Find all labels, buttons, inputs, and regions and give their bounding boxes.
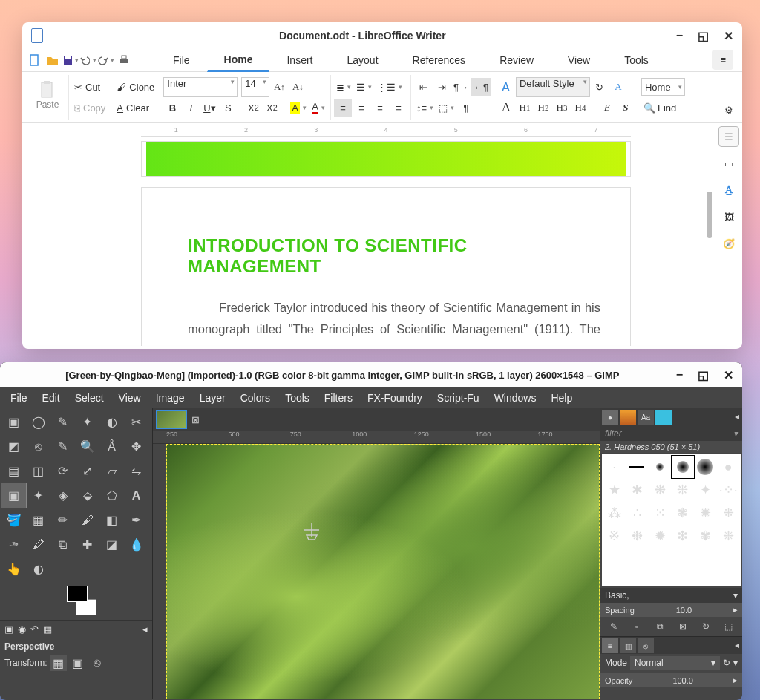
close-button[interactable]: ✕ — [724, 368, 733, 382]
canvas-area[interactable]: ⊠ 2505007501000125015001750 — [153, 408, 600, 699]
tab-device-icon[interactable]: ◉ — [18, 624, 26, 635]
menu-button[interactable]: ≡ — [712, 50, 733, 70]
tool-free-select[interactable]: ✎ — [50, 410, 75, 434]
menu-layer[interactable]: Layer — [194, 390, 232, 406]
brush-filter-input[interactable]: filter▾ — [600, 426, 742, 441]
dock-tab-brushes-icon[interactable]: ● — [602, 410, 618, 425]
tool-zoom[interactable]: 🔍 — [75, 434, 99, 459]
document-page[interactable] — [141, 141, 631, 177]
minimize-button[interactable]: − — [676, 368, 683, 382]
brush-item-selected[interactable] — [672, 456, 694, 478]
menu-colors[interactable]: Colors — [235, 390, 276, 406]
dup-brush-button[interactable]: ⧉ — [652, 619, 667, 634]
open-brush-button[interactable]: ⬚ — [721, 619, 736, 634]
tool-measure[interactable]: Å — [99, 434, 124, 459]
vertical-ruler[interactable] — [153, 444, 166, 699]
tool-blur[interactable]: 💧 — [124, 532, 148, 557]
brush-item[interactable]: ❈ — [717, 525, 739, 547]
find-button[interactable]: 🔍 Find — [641, 99, 678, 117]
close-button[interactable]: ✕ — [724, 29, 733, 43]
decrease-indent-button[interactable]: ⇤ — [414, 78, 432, 96]
paste-button[interactable]: Paste — [30, 76, 65, 114]
brush-item[interactable]: ● — [717, 456, 739, 478]
dock-tab-fonts-icon[interactable]: Aa — [638, 410, 654, 425]
brush-item[interactable]: ❃ — [672, 502, 694, 524]
brush-item[interactable]: ❊ — [672, 479, 694, 501]
save-button[interactable] — [62, 52, 79, 68]
tool-persp-clone[interactable]: ◪ — [99, 532, 124, 557]
tab-tool-options-icon[interactable]: ▣ — [4, 624, 13, 635]
brush-item[interactable]: ★ — [603, 479, 626, 501]
gimp-titlebar[interactable]: [Green-by-Qingbao-Meng] (imported)-1.0 (… — [0, 362, 742, 387]
new-style-button[interactable]: A — [609, 78, 627, 96]
style-h2-button[interactable]: H2 — [534, 99, 552, 117]
tool-cage[interactable]: ⬠ — [99, 483, 124, 508]
tab-tools[interactable]: Tools — [607, 49, 666, 71]
tool-align[interactable]: ▤ — [1, 459, 26, 483]
tab-layout[interactable]: Layout — [330, 49, 395, 71]
tab-view[interactable]: View — [551, 49, 607, 71]
grow-font-button[interactable]: A↑ — [270, 78, 288, 96]
sidebar-properties-icon[interactable]: ☰ — [718, 126, 739, 147]
font-name-select[interactable]: Inter — [163, 77, 238, 97]
menu-tools[interactable]: Tools — [279, 390, 315, 406]
tab-home[interactable]: Home — [207, 48, 270, 72]
undo-button[interactable] — [80, 52, 96, 68]
sidebar-gallery-icon[interactable]: 🖼 — [718, 206, 739, 227]
dock-tab-history-icon[interactable] — [655, 410, 672, 425]
tool-dodge[interactable]: ◐ — [26, 557, 50, 581]
tool-rect-select[interactable]: ▣ — [1, 410, 26, 434]
writer-titlebar[interactable]: Document.odt - LibreOffice Writer − ◱ ✕ — [22, 22, 742, 49]
tab-images-icon[interactable]: ▦ — [43, 624, 52, 635]
refresh-brush-button[interactable]: ↻ — [698, 619, 713, 634]
doc-paragraph[interactable]: Frederick Taylor introduced his theory o… — [188, 297, 600, 346]
horizontal-ruler[interactable]: 2505007501000125015001750 — [153, 431, 600, 444]
rtl-button[interactable]: ←¶ — [471, 78, 491, 96]
tool-shear[interactable]: ▱ — [99, 459, 124, 483]
cut-button[interactable]: ✂ Cut — [72, 78, 102, 96]
dock-tab-patterns-icon[interactable] — [620, 410, 636, 425]
tool-flip[interactable]: ⇋ — [124, 459, 148, 483]
style-emphasis-button[interactable]: E — [598, 99, 616, 117]
brush-item[interactable]: ❇ — [672, 525, 694, 547]
tool-perspective[interactable]: ▣ — [1, 483, 26, 508]
paragraph-style-select[interactable]: Default Style — [516, 77, 590, 97]
tool-gradient[interactable]: ▦ — [26, 508, 50, 532]
brush-item[interactable] — [695, 456, 717, 478]
font-color-button[interactable]: A — [309, 99, 327, 117]
align-justify-button[interactable]: ≡ — [390, 99, 407, 117]
dock-menu-icon[interactable]: ◂ — [733, 410, 741, 425]
font-size-select[interactable]: 14 — [241, 77, 269, 97]
tool-pencil[interactable]: ✏ — [50, 508, 75, 532]
blend-mode-select[interactable]: Normal▾ — [630, 656, 720, 670]
tool-heal[interactable]: ✚ — [75, 532, 99, 557]
tool-ellipse-select[interactable]: ◯ — [26, 410, 50, 434]
tool-move[interactable]: ✥ — [124, 434, 148, 459]
delete-brush-button[interactable]: ⊠ — [675, 619, 690, 634]
underline-button[interactable]: U ▾ — [200, 99, 218, 117]
update-style-button[interactable]: ↻ — [591, 78, 609, 96]
tool-paintbrush[interactable]: 🖌 — [75, 508, 99, 532]
align-right-button[interactable]: ≡ — [371, 99, 389, 117]
subscript-button[interactable]: X2 — [244, 99, 262, 117]
menu-fxfoundry[interactable]: FX-Foundry — [361, 390, 428, 406]
bold-button[interactable]: B — [163, 99, 181, 117]
shrink-font-button[interactable]: A↓ — [289, 78, 307, 96]
brush-item[interactable]: ✦ — [695, 479, 717, 501]
image-tab-thumbnail[interactable] — [156, 410, 187, 429]
mode-reset-button[interactable]: ↻ — [723, 658, 730, 668]
tool-ink[interactable]: ✑ — [1, 532, 26, 557]
brush-item[interactable] — [626, 456, 649, 478]
menu-help[interactable]: Help — [545, 390, 578, 406]
canvas-image[interactable] — [166, 444, 600, 699]
brush-item[interactable]: ❋ — [649, 479, 671, 501]
menu-file[interactable]: File — [4, 390, 33, 406]
transform-path-button[interactable]: ⎋ — [89, 655, 105, 671]
brush-item[interactable]: ✹ — [649, 525, 671, 547]
menu-image[interactable]: Image — [150, 390, 191, 406]
menu-view[interactable]: View — [113, 390, 147, 406]
brush-item[interactable]: ✱ — [626, 479, 649, 501]
maximize-button[interactable]: ◱ — [698, 368, 709, 382]
brush-item[interactable]: ⁂ — [603, 502, 626, 524]
tab-file[interactable]: File — [156, 49, 207, 71]
